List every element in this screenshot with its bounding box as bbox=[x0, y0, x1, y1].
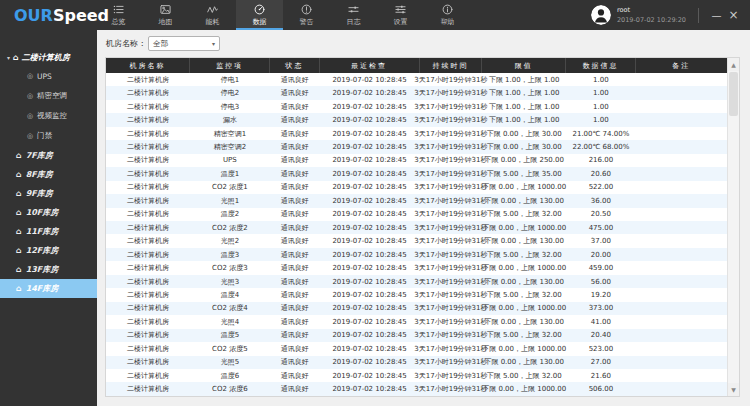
column-header-status[interactable]: 状态 bbox=[270, 58, 320, 73]
cell-status: 通讯良好 bbox=[270, 154, 320, 167]
nav-item-map[interactable]: 地图 bbox=[142, 0, 189, 30]
table-row[interactable]: 二楼计算机房温度2通讯良好2019-07-02 10:28:453天17小时19… bbox=[106, 208, 727, 221]
cell-checked: 2019-07-02 10:28:45 bbox=[320, 208, 420, 221]
scroll-down-icon[interactable]: ▼ bbox=[728, 383, 739, 396]
table-row[interactable]: 二楼计算机房CO2 浓度5通讯良好2019-07-02 10:28:453天17… bbox=[106, 342, 727, 355]
sidebar-room-8f[interactable]: ⌂8F库房 bbox=[0, 165, 97, 184]
close-button[interactable]: × bbox=[725, 7, 742, 24]
cell-status: 通讯良好 bbox=[270, 356, 320, 369]
cell-note bbox=[636, 140, 727, 153]
sidebar-room-14f[interactable]: ⌂14F库房 bbox=[0, 279, 97, 298]
column-header-note[interactable]: 备注 bbox=[636, 58, 727, 73]
cell-checked: 2019-07-02 10:28:45 bbox=[320, 248, 420, 261]
table-row[interactable]: 二楼计算机房温度1通讯良好2019-07-02 10:28:453天17小时19… bbox=[106, 167, 727, 180]
cell-checked: 2019-07-02 10:28:45 bbox=[320, 275, 420, 288]
cell-duration: 3天17小时19分钟31秒 bbox=[420, 248, 483, 261]
sidebar-room-12f[interactable]: ⌂12F库房 bbox=[0, 241, 97, 260]
cell-room: 二楼计算机房 bbox=[106, 329, 190, 342]
table-row[interactable]: 二楼计算机房光照5通讯良好2019-07-02 10:28:453天17小时19… bbox=[106, 356, 727, 369]
topbar-right: root 2019-07-02 10:29:20 — × bbox=[591, 0, 750, 30]
cell-note bbox=[636, 329, 727, 342]
cell-room: 二楼计算机房 bbox=[106, 275, 190, 288]
nav-item-help[interactable]: 帮助 bbox=[424, 0, 471, 30]
nav-item-overview[interactable]: 总览 bbox=[95, 0, 142, 30]
sidebar-item-2f-computer-room[interactable]: ▾⌂二楼计算机房 bbox=[0, 48, 97, 66]
sidebar-subitem-precision-ac[interactable]: ◎精密空调 bbox=[0, 86, 97, 106]
top-nav: 总览地图能耗数据警告日志设置帮助 bbox=[95, 0, 471, 30]
cell-checked: 2019-07-02 10:28:45 bbox=[320, 302, 420, 315]
cell-status: 通讯良好 bbox=[270, 302, 320, 315]
sidebar-room-9f[interactable]: ⌂9F库房 bbox=[0, 184, 97, 203]
cell-limit: 下限 0.00，上限 130.00 bbox=[482, 194, 566, 207]
app-window: OURSpeed 总览地图能耗数据警告日志设置帮助 root 2019-07-0… bbox=[0, 0, 750, 406]
column-header-item[interactable]: 监控项 bbox=[190, 58, 270, 73]
table-row[interactable]: 二楼计算机房温度5通讯良好2019-07-02 10:28:453天17小时19… bbox=[106, 329, 727, 342]
cell-status: 通讯良好 bbox=[270, 113, 320, 126]
cell-duration: 3天17小时19分钟31秒 bbox=[420, 127, 483, 140]
column-header-checked[interactable]: 最近检查 bbox=[320, 58, 420, 73]
cell-status: 通讯良好 bbox=[270, 261, 320, 274]
column-header-value[interactable]: 数据信息 bbox=[566, 58, 636, 73]
home-icon: ⌂ bbox=[13, 53, 19, 62]
sidebar-subitem-door-access[interactable]: ◎门禁 bbox=[0, 126, 97, 146]
table-row[interactable]: 二楼计算机房温度6通讯良好2019-07-02 10:28:453天17小时19… bbox=[106, 369, 727, 382]
sidebar-room-label: 11F库房 bbox=[26, 226, 59, 237]
table-row[interactable]: 二楼计算机房停电2通讯良好2019-07-02 10:28:453天17小时19… bbox=[106, 86, 727, 99]
cell-note bbox=[636, 73, 727, 86]
table-row[interactable]: 二楼计算机房CO2 浓度2通讯良好2019-07-02 10:28:453天17… bbox=[106, 221, 727, 234]
column-header-duration[interactable]: 持续时间 bbox=[420, 58, 483, 73]
sidebar-room-7f[interactable]: ⌂7F库房 bbox=[0, 146, 97, 165]
table-row[interactable]: 二楼计算机房光照2通讯良好2019-07-02 10:28:453天17小时19… bbox=[106, 234, 727, 247]
table-row[interactable]: 二楼计算机房光照4通讯良好2019-07-02 10:28:453天17小时19… bbox=[106, 315, 727, 328]
table-row[interactable]: 二楼计算机房温度3通讯良好2019-07-02 10:28:453天17小时19… bbox=[106, 248, 727, 261]
table-row[interactable]: 二楼计算机房CO2 浓度4通讯良好2019-07-02 10:28:453天17… bbox=[106, 302, 727, 315]
cell-value: 1.00 bbox=[566, 73, 636, 86]
cell-item: 光照2 bbox=[190, 234, 270, 247]
cell-item: 温度1 bbox=[190, 167, 270, 180]
table-row[interactable]: 二楼计算机房精密空调1通讯良好2019-07-02 10:28:453天17小时… bbox=[106, 127, 727, 140]
room-filter-label: 机房名称： bbox=[106, 38, 146, 49]
cell-note bbox=[636, 221, 727, 234]
table-row[interactable]: 二楼计算机房精密空调2通讯良好2019-07-02 10:28:453天17小时… bbox=[106, 140, 727, 153]
app-logo: OURSpeed bbox=[0, 0, 95, 30]
cell-room: 二楼计算机房 bbox=[106, 356, 190, 369]
sidebar-room-13f[interactable]: ⌂13F库房 bbox=[0, 260, 97, 279]
avatar[interactable] bbox=[591, 5, 611, 25]
cell-limit: 下限 5.00，上限 32.00 bbox=[482, 248, 566, 261]
room-filter-select[interactable]: 全部 ▾ bbox=[148, 36, 220, 51]
sidebar-room-10f[interactable]: ⌂10F库房 bbox=[0, 203, 97, 222]
cell-limit: 下限 0.00，上限 130.00 bbox=[482, 275, 566, 288]
table-row[interactable]: 二楼计算机房UPS通讯良好2019-07-02 10:28:453天17小时19… bbox=[106, 154, 727, 167]
table-row[interactable]: 二楼计算机房漏水通讯良好2019-07-02 10:28:453天17小时19分… bbox=[106, 113, 727, 126]
sidebar-subitem-ups[interactable]: ◎UPS bbox=[0, 66, 97, 86]
nav-item-data[interactable]: 数据 bbox=[236, 0, 283, 30]
table-row[interactable]: 二楼计算机房CO2 浓度3通讯良好2019-07-02 10:28:453天17… bbox=[106, 261, 727, 274]
home-icon: ⌂ bbox=[16, 208, 22, 217]
sidebar-item-label: 二楼计算机房 bbox=[22, 52, 70, 63]
table-row[interactable]: 二楼计算机房CO2 浓度1通讯良好2019-07-02 10:28:453天17… bbox=[106, 181, 727, 194]
column-header-limit[interactable]: 限值 bbox=[482, 58, 566, 73]
cell-item: 停电3 bbox=[190, 100, 270, 113]
nav-item-logs[interactable]: 日志 bbox=[330, 0, 377, 30]
cell-item: 温度6 bbox=[190, 369, 270, 382]
cell-limit: 下限 5.00，上限 32.00 bbox=[482, 369, 566, 382]
nav-item-energy[interactable]: 能耗 bbox=[189, 0, 236, 30]
sidebar-subitem-video-monitor[interactable]: ◎视频监控 bbox=[0, 106, 97, 126]
table-scrollbar[interactable]: ▲ ▼ bbox=[727, 58, 739, 396]
scroll-up-icon[interactable]: ▲ bbox=[728, 58, 739, 71]
minimize-button[interactable]: — bbox=[708, 7, 725, 24]
table-row[interactable]: 二楼计算机房停电1通讯良好2019-07-02 10:28:453天17小时19… bbox=[106, 73, 727, 86]
column-header-room[interactable]: 机房名称 bbox=[106, 58, 190, 73]
log-icon bbox=[348, 4, 359, 15]
cell-limit: 下限 0.00，上限 1000.00 bbox=[482, 382, 566, 395]
table-row[interactable]: 二楼计算机房CO2 浓度6通讯良好2019-07-02 10:28:453天17… bbox=[106, 382, 727, 395]
caret-down-icon[interactable]: ▾ bbox=[7, 54, 10, 61]
nav-item-settings[interactable]: 设置 bbox=[377, 0, 424, 30]
table-row[interactable]: 二楼计算机房温度4通讯良好2019-07-02 10:28:453天17小时19… bbox=[106, 288, 727, 301]
scrollbar-thumb[interactable] bbox=[729, 72, 738, 116]
table-row[interactable]: 二楼计算机房停电3通讯良好2019-07-02 10:28:453天17小时19… bbox=[106, 100, 727, 113]
sidebar-room-11f[interactable]: ⌂11F库房 bbox=[0, 222, 97, 241]
table-row[interactable]: 二楼计算机房光照1通讯良好2019-07-02 10:28:453天17小时19… bbox=[106, 194, 727, 207]
nav-item-alerts[interactable]: 警告 bbox=[283, 0, 330, 30]
table-row[interactable]: 二楼计算机房光照3通讯良好2019-07-02 10:28:453天17小时19… bbox=[106, 275, 727, 288]
